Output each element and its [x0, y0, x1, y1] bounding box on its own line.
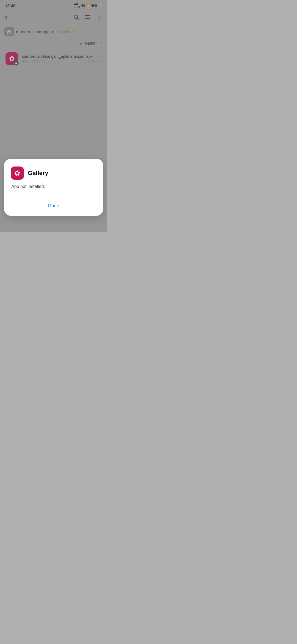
dialog-overlay: ✿ Gallery App not installed. Done [0, 0, 107, 232]
dialog-header: ✿ Gallery [11, 167, 97, 180]
done-button[interactable]: Done [42, 201, 66, 210]
dialog-actions: Done [11, 197, 97, 210]
dialog-app-name: Gallery [28, 170, 48, 177]
dialog: ✿ Gallery App not installed. Done [4, 159, 103, 216]
dialog-app-icon: ✿ [11, 167, 24, 180]
dialog-flower-icon: ✿ [14, 169, 20, 178]
dialog-message: App not installed. [11, 184, 97, 189]
